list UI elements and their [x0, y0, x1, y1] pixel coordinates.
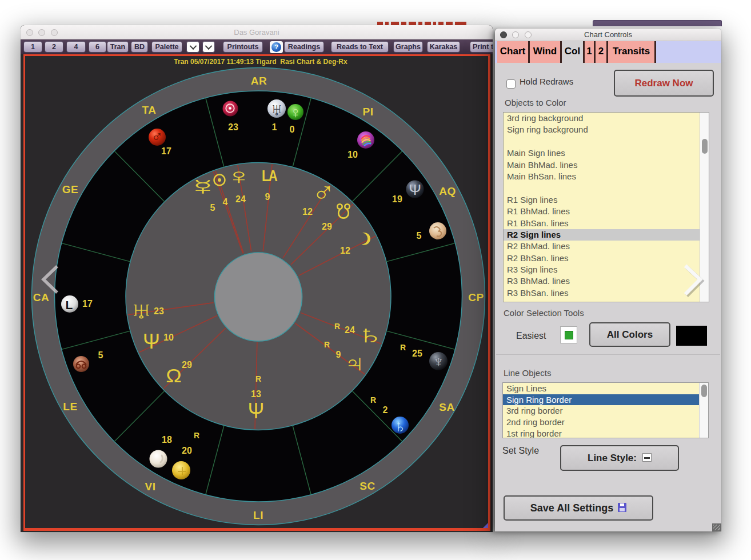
svg-text:♆: ♆: [433, 353, 444, 370]
svg-text:12: 12: [302, 207, 313, 217]
svg-text:♃: ♃: [344, 350, 365, 377]
svg-text:LE: LE: [63, 401, 77, 413]
svg-text:♂: ♂: [312, 176, 335, 209]
svg-text:23: 23: [154, 306, 164, 316]
svg-text:1: 1: [272, 122, 277, 132]
svg-text:☿: ☿: [184, 175, 222, 199]
svg-text:Ω: Ω: [166, 365, 181, 386]
svg-text:♂: ♂: [151, 128, 163, 145]
svg-text:9: 9: [265, 192, 270, 202]
svg-text:AQ: AQ: [439, 185, 456, 197]
svg-text:10: 10: [163, 333, 174, 342]
svg-text:5: 5: [98, 350, 103, 360]
svg-text:PI: PI: [363, 106, 374, 118]
svg-text:10: 10: [347, 150, 358, 159]
svg-text:R: R: [324, 340, 330, 349]
svg-text:R: R: [370, 395, 376, 405]
svg-text:♀: ♀: [224, 164, 254, 189]
svg-text:19: 19: [392, 194, 402, 204]
svg-text:SC: SC: [359, 480, 375, 492]
svg-text:17: 17: [82, 299, 93, 309]
svg-text:Tran 05/07/2017 11:49:13 Tigar: Tran 05/07/2017 11:49:13 Tigard Rasi Cha…: [174, 58, 347, 66]
svg-text:♀: ♀: [290, 104, 301, 121]
svg-text:20: 20: [182, 446, 192, 455]
svg-text:SA: SA: [439, 401, 454, 413]
svg-text:9: 9: [336, 350, 341, 359]
svg-text:R: R: [255, 374, 261, 383]
svg-text:CP: CP: [468, 291, 484, 303]
svg-text:24: 24: [235, 194, 246, 204]
svg-text:12: 12: [340, 246, 350, 255]
svg-text:23: 23: [228, 122, 238, 132]
svg-text:GE: GE: [62, 183, 78, 195]
svg-text:18: 18: [162, 435, 172, 445]
svg-text:Ψ: Ψ: [409, 181, 421, 198]
svg-text:13: 13: [251, 389, 261, 399]
svg-text:R: R: [400, 343, 406, 352]
svg-text:Ψ: Ψ: [248, 398, 264, 423]
svg-text:♅: ♅: [129, 298, 154, 325]
svg-text:LI: LI: [253, 509, 263, 521]
svg-text:Ψ: Ψ: [143, 329, 160, 353]
svg-text:R: R: [334, 322, 340, 331]
svg-text:4: 4: [223, 197, 228, 207]
svg-text:2: 2: [383, 405, 388, 415]
svg-text:♅: ♅: [270, 100, 283, 119]
svg-text:5: 5: [417, 231, 422, 241]
svg-text:29: 29: [322, 222, 332, 231]
svg-text:0: 0: [290, 125, 295, 134]
svg-text:5: 5: [210, 203, 215, 213]
svg-text:AR: AR: [251, 75, 267, 87]
svg-text:CA: CA: [33, 291, 49, 303]
svg-text:29: 29: [182, 360, 192, 370]
svg-text:24: 24: [345, 325, 355, 335]
svg-text:L: L: [66, 298, 73, 311]
svg-text:♄: ♄: [394, 417, 407, 435]
svg-text:♄: ♄: [354, 321, 387, 349]
svg-text:25: 25: [412, 349, 422, 358]
svg-text:17: 17: [161, 146, 171, 156]
svg-text:LA: LA: [262, 167, 278, 185]
svg-text:TA: TA: [142, 104, 157, 116]
svg-text:VI: VI: [145, 481, 156, 493]
svg-text:R: R: [194, 431, 199, 440]
